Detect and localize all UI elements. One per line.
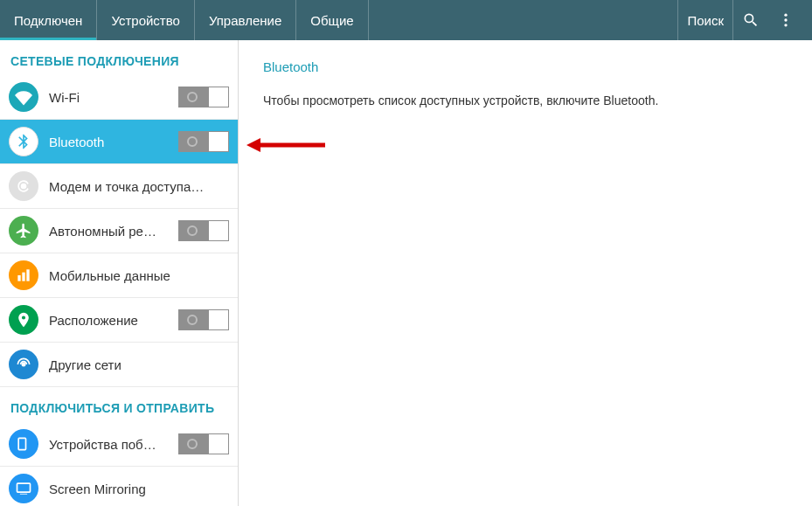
nearby-toggle[interactable] xyxy=(178,433,229,454)
sidebar-item-bluetooth[interactable]: Bluetooth xyxy=(0,120,238,164)
svg-rect-5 xyxy=(26,269,29,281)
tab-control[interactable]: Управление xyxy=(195,0,296,40)
sidebar-item-label: Wi-Fi xyxy=(49,90,178,105)
sidebar-item-label: Bluetooth xyxy=(49,135,178,149)
header-actions: Поиск xyxy=(677,0,812,40)
mirroring-icon xyxy=(9,474,38,503)
bluetooth-icon xyxy=(9,127,38,156)
hotspot-icon xyxy=(9,171,38,201)
location-icon xyxy=(9,305,38,335)
app-header: Подключен Устройство Управление Общие По… xyxy=(0,0,812,40)
more-networks-icon xyxy=(9,350,38,379)
sidebar-item-location[interactable]: Расположение xyxy=(0,298,238,343)
sidebar-item-hotspot[interactable]: Модем и точка доступа… xyxy=(0,164,238,209)
airplane-toggle[interactable] xyxy=(178,220,229,241)
search-icon[interactable] xyxy=(733,0,768,40)
svg-rect-7 xyxy=(18,438,25,449)
sidebar-item-label: Другие сети xyxy=(49,357,229,372)
svg-rect-8 xyxy=(17,483,31,492)
sidebar-item-label: Screen Mirroring xyxy=(49,482,229,496)
tab-general[interactable]: Общие xyxy=(296,0,368,40)
svg-point-6 xyxy=(22,363,26,367)
wifi-icon xyxy=(9,82,38,112)
sidebar-item-screen-mirroring[interactable]: Screen Mirroring xyxy=(0,467,238,506)
tab-connections[interactable]: Подключен xyxy=(0,0,97,40)
sidebar-item-more-networks[interactable]: Другие сети xyxy=(0,343,238,387)
sidebar-item-label: Автономный ре… xyxy=(49,224,178,239)
sidebar-item-label: Мобильные данные xyxy=(49,268,229,283)
more-icon[interactable] xyxy=(768,0,803,40)
location-toggle[interactable] xyxy=(178,309,229,330)
header-tabs: Подключен Устройство Управление Общие xyxy=(0,0,369,40)
nearby-icon xyxy=(9,429,38,459)
sidebar-item-label: Модем и точка доступа… xyxy=(49,179,229,194)
airplane-icon xyxy=(9,216,38,246)
section-header-network: СЕТЕВЫЕ ПОДКЛЮЧЕНИЯ xyxy=(0,40,238,75)
svg-point-2 xyxy=(784,24,787,26)
bluetooth-toggle[interactable] xyxy=(178,131,229,152)
wifi-toggle[interactable] xyxy=(178,87,229,107)
sidebar: СЕТЕВЫЕ ПОДКЛЮЧЕНИЯ Wi-Fi Bluetooth Моде… xyxy=(0,40,239,506)
sidebar-item-wifi[interactable]: Wi-Fi xyxy=(0,75,238,120)
data-icon xyxy=(9,260,38,290)
tab-device[interactable]: Устройство xyxy=(97,0,194,40)
svg-rect-9 xyxy=(20,494,27,495)
search-label[interactable]: Поиск xyxy=(677,0,733,40)
svg-rect-3 xyxy=(17,275,20,281)
content-pane: Bluetooth Чтобы просмотреть список досту… xyxy=(239,40,812,506)
sidebar-item-label: Расположение xyxy=(49,313,178,328)
section-header-connect-send: ПОДКЛЮЧИТЬСЯ И ОТПРАВИТЬ xyxy=(0,387,238,422)
content-title: Bluetooth xyxy=(263,59,788,74)
content-text: Чтобы просмотреть список доступных устро… xyxy=(263,94,788,107)
svg-rect-4 xyxy=(22,273,24,281)
svg-point-0 xyxy=(784,14,787,17)
sidebar-item-airplane[interactable]: Автономный ре… xyxy=(0,209,238,253)
sidebar-item-mobile-data[interactable]: Мобильные данные xyxy=(0,253,238,298)
sidebar-item-nearby[interactable]: Устройства поб… xyxy=(0,422,238,467)
svg-point-1 xyxy=(784,18,787,21)
sidebar-item-label: Устройства поб… xyxy=(49,437,178,452)
